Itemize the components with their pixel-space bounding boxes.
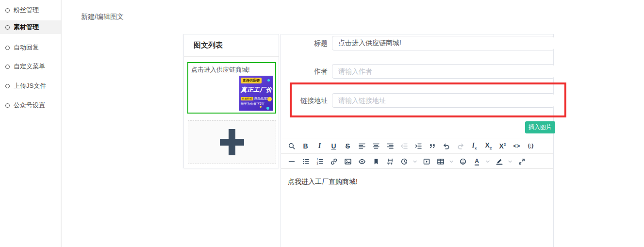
editor-toolbar: BIUSIxX2X2<>{;} 123A: [281, 138, 553, 169]
outdent-icon[interactable]: [397, 140, 411, 152]
underline-icon[interactable]: U: [327, 140, 341, 152]
radio-circle-icon: [5, 8, 10, 13]
image-icon[interactable]: [341, 155, 355, 168]
radio-circle-icon: [5, 84, 10, 88]
blockquote-icon[interactable]: [425, 140, 439, 152]
dropdown-chevron-icon[interactable]: [447, 155, 456, 168]
table-icon[interactable]: [433, 155, 447, 168]
toolbar-row-2: 123A: [281, 154, 553, 169]
clear-format-icon[interactable]: Ix: [467, 140, 481, 152]
article-card-title: 点击进入供应链商城!: [191, 66, 272, 74]
thumb-badge: 直连供应链: [241, 78, 262, 83]
undo-icon[interactable]: [439, 140, 453, 152]
sidebar-item-label: 自动回复: [14, 43, 39, 52]
list-ordered-icon[interactable]: 123: [313, 155, 327, 168]
decor-dot: [267, 97, 272, 101]
page-break-icon[interactable]: [383, 155, 397, 168]
redo-icon[interactable]: [453, 140, 467, 152]
highlight-icon[interactable]: [492, 155, 506, 168]
bookmark-icon[interactable]: [369, 155, 383, 168]
radio-circle-icon: [5, 25, 10, 30]
search-icon[interactable]: [284, 140, 298, 152]
decor-dot: [260, 106, 262, 108]
code-inline-icon[interactable]: <>: [510, 140, 524, 152]
article-thumbnail-image: 直连供应链 真正工厂价 全员特价 商品低至1折 每年为你省下5万: [239, 76, 273, 111]
list-unordered-icon[interactable]: [298, 155, 313, 168]
video-icon[interactable]: [419, 155, 433, 168]
toolbar-row-1: BIUSIxX2X2<>{;}: [281, 138, 553, 154]
page-title: 新建/编辑图文: [81, 13, 124, 21]
radio-circle-icon: [5, 46, 10, 50]
superscript-icon[interactable]: X2: [495, 140, 510, 152]
radio-circle-icon: [5, 65, 10, 69]
article-list-title: 图文列表: [184, 34, 279, 57]
plus-icon: [220, 129, 244, 155]
article-editor-panel: 标题 作者 链接地址 插入图片 BIUSIxX2X2<>{;} 123A 点我进…: [281, 34, 554, 247]
decor-dot: [266, 107, 269, 110]
align-left-icon[interactable]: [355, 140, 369, 152]
emoji-icon[interactable]: [456, 155, 470, 168]
align-center-icon[interactable]: [369, 140, 383, 152]
sidebar-item-label: 自定义菜单: [14, 62, 45, 71]
subscript-icon[interactable]: X2: [481, 140, 495, 152]
link-icon[interactable]: [327, 155, 341, 168]
sidebar-item-fans[interactable]: 粉丝管理: [0, 3, 61, 17]
title-input[interactable]: [332, 36, 554, 50]
link-address-input[interactable]: [332, 93, 554, 108]
dropdown-chevron-icon[interactable]: [484, 155, 492, 168]
sidebar-item-label: 粉丝管理: [14, 6, 39, 15]
add-article-button[interactable]: [188, 120, 276, 164]
dropdown-chevron-icon[interactable]: [411, 155, 419, 168]
title-label: 标题: [281, 36, 328, 50]
sidebar-item-custom-menu[interactable]: 自定义菜单: [0, 60, 61, 73]
author-input[interactable]: [332, 64, 554, 79]
sidebar-item-account-settings[interactable]: 公众号设置: [0, 99, 61, 112]
sidebar-item-autoreply[interactable]: 自动回复: [0, 41, 61, 54]
font-color-icon[interactable]: A: [470, 155, 484, 168]
fullscreen-icon[interactable]: [514, 155, 528, 168]
insert-image-button[interactable]: 插入图片: [525, 121, 555, 133]
article-card-selected[interactable]: 点击进入供应链商城! 直连供应链 真正工厂价 全员特价 商品低至1折 每年为你省…: [187, 62, 276, 114]
sidebar: 粉丝管理 素材管理 自动回复 自定义菜单 上传JS文件 公众号设置: [0, 0, 62, 247]
indent-icon[interactable]: [411, 140, 425, 152]
dropdown-chevron-icon[interactable]: [506, 155, 514, 168]
clock-icon[interactable]: [397, 155, 411, 168]
thumb-headline: 真正工厂价: [241, 86, 272, 94]
preview-icon[interactable]: [355, 155, 369, 168]
sidebar-item-upload-js[interactable]: 上传JS文件: [0, 79, 61, 93]
sidebar-item-material[interactable]: 素材管理: [0, 20, 61, 34]
horizontal-rule-icon[interactable]: [284, 155, 298, 168]
decor-dot: [267, 79, 270, 82]
link-address-label: 链接地址: [281, 93, 328, 108]
strikethrough-icon[interactable]: S: [341, 140, 355, 152]
radio-circle-icon: [5, 103, 10, 108]
align-right-icon[interactable]: [383, 140, 397, 152]
svg-text:3: 3: [316, 163, 318, 165]
author-label: 作者: [281, 64, 328, 79]
thumb-tag: 全员特价: [241, 97, 253, 100]
sidebar-item-label: 素材管理: [14, 23, 39, 32]
sidebar-item-label: 上传JS文件: [14, 82, 46, 90]
code-block-icon[interactable]: {;}: [524, 140, 538, 152]
italic-icon[interactable]: I: [313, 140, 327, 152]
sidebar-item-label: 公众号设置: [14, 101, 45, 110]
editor-content-area[interactable]: 点我进入工厂直购商城!: [281, 169, 553, 247]
article-list-panel: 图文列表 点击进入供应链商城! 直连供应链 真正工厂价 全员特价 商品低至1折 …: [183, 34, 279, 168]
bold-icon[interactable]: B: [298, 140, 313, 152]
